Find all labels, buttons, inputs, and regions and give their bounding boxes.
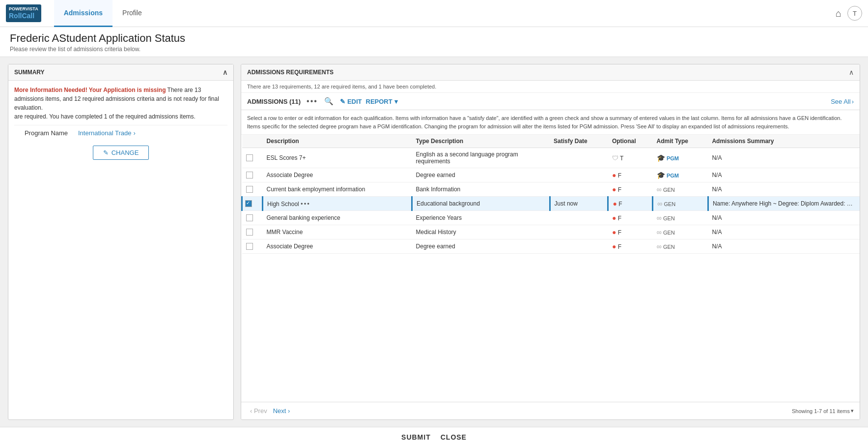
adm-toolbar: ADMISSIONS (11) ••• 🔍 ✎ EDIT REPORT ▾ Se…	[241, 93, 860, 110]
adm-pagination: ‹ Prev Next › Showing 1-7 of 11 items ▾	[241, 402, 860, 419]
infinity-icon: ∞	[657, 228, 662, 236]
row-checkbox[interactable]	[246, 186, 253, 193]
row-satisfy-date	[550, 239, 608, 254]
row-admit-type: 🎓 PGM	[653, 168, 708, 182]
next-button[interactable]: Next ›	[270, 406, 293, 416]
table-row[interactable]: ESL Scores 7+English as a second languag…	[242, 148, 860, 168]
row-description: Current bank employment information	[263, 182, 412, 197]
admit-type-value: GEN	[663, 230, 675, 236]
infinity-icon: ∞	[657, 242, 662, 250]
row-adm-summary: N/A	[708, 182, 860, 197]
adm-panel-header: ADMISSIONS REQUIREMENTS ∧	[241, 64, 860, 81]
row-checkbox[interactable]	[246, 154, 253, 161]
admissions-table: Description Type Description Satisfy Dat…	[241, 135, 860, 254]
see-all-button[interactable]: See All ›	[831, 98, 854, 105]
row-checkbox-cell	[242, 182, 263, 197]
tab-profile[interactable]: Profile	[112, 0, 152, 27]
adm-summary-text: There are 13 requirements, 12 are requir…	[241, 81, 860, 93]
summary-title: SUMMARY	[14, 69, 45, 76]
change-button[interactable]: ✎ CHANGE	[93, 146, 149, 160]
row-description: ESL Scores 7+	[263, 148, 412, 168]
toolbar-more-icon[interactable]: •••	[307, 97, 318, 106]
admit-type-value: GEN	[663, 215, 675, 221]
row-adm-summary: Name: Anywhere High ~ Degree: Diplom Awa…	[708, 197, 860, 211]
row-checkbox-cell	[242, 148, 263, 168]
row-checkbox[interactable]	[246, 243, 253, 250]
showing-dropdown-icon[interactable]: ▾	[851, 408, 854, 414]
pagination-showing: Showing 1-7 of 11 items ▾	[792, 408, 854, 414]
adm-collapse-icon[interactable]: ∧	[849, 68, 854, 76]
page-title: Frederic AStudent Application Status	[10, 32, 858, 45]
row-checkbox[interactable]	[246, 229, 253, 236]
col-admit-type: Admit Type	[653, 135, 708, 148]
program-name: International Trade	[78, 129, 131, 137]
user-avatar[interactable]: T	[847, 6, 862, 21]
dropdown-icon: ▾	[394, 98, 398, 105]
row-satisfy-date	[550, 182, 608, 197]
col-type: Type Description	[412, 135, 550, 148]
row-checkbox-cell	[242, 197, 263, 211]
search-icon[interactable]: 🔍	[322, 96, 336, 107]
report-button[interactable]: REPORT ▾	[366, 98, 398, 105]
row-checkbox-cell	[242, 211, 263, 225]
adm-table-wrapper: Description Type Description Satisfy Dat…	[241, 135, 860, 402]
row-satisfy-date	[550, 168, 608, 182]
row-checkbox[interactable]	[246, 214, 253, 221]
row-checkbox[interactable]	[246, 172, 253, 179]
optional-value: F	[618, 243, 621, 250]
row-admit-type: 🎓 PGM	[653, 148, 708, 168]
close-button[interactable]: CLOSE	[441, 433, 467, 441]
row-more-icon[interactable]: •••	[301, 200, 310, 208]
table-row[interactable]: MMR VaccineMedical History● F∞ GENN/A	[242, 225, 860, 239]
program-value[interactable]: International Trade ›	[78, 129, 136, 137]
row-type-description: Degree earned	[412, 239, 550, 254]
row-description: Associate Degree	[263, 168, 412, 182]
top-nav: POWERVISTA RollCall Admissions Profile ⌂…	[0, 0, 868, 27]
table-row[interactable]: General banking experienceExperience Yea…	[242, 211, 860, 225]
circle-red-icon: ●	[612, 185, 616, 193]
summary-warning: More Information Needed! Your Applicatio…	[14, 86, 227, 121]
row-admit-type: ∞ GEN	[653, 225, 708, 239]
submit-button[interactable]: SUBMIT	[401, 433, 431, 441]
table-row[interactable]: High School •••Educational backgroundJus…	[242, 197, 860, 211]
circle-red-icon: ●	[612, 171, 616, 179]
table-row[interactable]: Associate DegreeDegree earned● F🎓 PGMN/A	[242, 168, 860, 182]
change-label: CHANGE	[112, 149, 139, 156]
adm-toolbar-label: ADMISSIONS (11)	[247, 98, 301, 105]
col-description: Description	[263, 135, 412, 148]
summary-collapse-icon[interactable]: ∧	[223, 68, 227, 76]
row-type-description: Bank Information	[412, 182, 550, 197]
home-icon[interactable]: ⌂	[836, 8, 841, 19]
row-satisfy-date	[550, 225, 608, 239]
row-admit-type: ∞ GEN	[653, 197, 708, 211]
optional-value: F	[618, 229, 621, 236]
row-admit-type: ∞ GEN	[653, 182, 708, 197]
optional-value: T	[620, 155, 623, 162]
circle-red-icon: ●	[612, 242, 616, 250]
row-checkbox-cell	[242, 168, 263, 182]
optional-value: F	[618, 186, 621, 193]
row-optional: ● F	[608, 182, 653, 197]
main-content: SUMMARY ∧ More Information Needed! Your …	[0, 57, 868, 427]
tab-admissions[interactable]: Admissions	[54, 0, 112, 27]
row-description: MMR Vaccine	[263, 225, 412, 239]
row-admit-type: ∞ GEN	[653, 211, 708, 225]
row-checkbox-cell	[242, 239, 263, 254]
row-type-description: Degree earned	[412, 168, 550, 182]
admit-type-value: GEN	[663, 244, 675, 250]
page-header: Frederic AStudent Application Status Ple…	[0, 27, 868, 57]
admit-type-value: PGM	[667, 173, 679, 179]
nav-tabs: Admissions Profile	[54, 0, 152, 27]
row-satisfy-date: Just now	[550, 197, 608, 211]
prev-button[interactable]: ‹ Prev	[247, 406, 270, 416]
row-satisfy-date	[550, 211, 608, 225]
edit-button[interactable]: ✎ EDIT	[340, 98, 362, 105]
row-adm-summary: N/A	[708, 148, 860, 168]
logo: POWERVISTA RollCall	[6, 4, 41, 22]
row-admit-type: ∞ GEN	[653, 239, 708, 254]
admit-type-value: PGM	[667, 155, 679, 161]
row-optional: ● F	[608, 168, 653, 182]
row-checkbox[interactable]	[245, 200, 252, 207]
table-row[interactable]: Current bank employment informationBank …	[242, 182, 860, 197]
table-row[interactable]: Associate DegreeDegree earned● F∞ GENN/A	[242, 239, 860, 254]
